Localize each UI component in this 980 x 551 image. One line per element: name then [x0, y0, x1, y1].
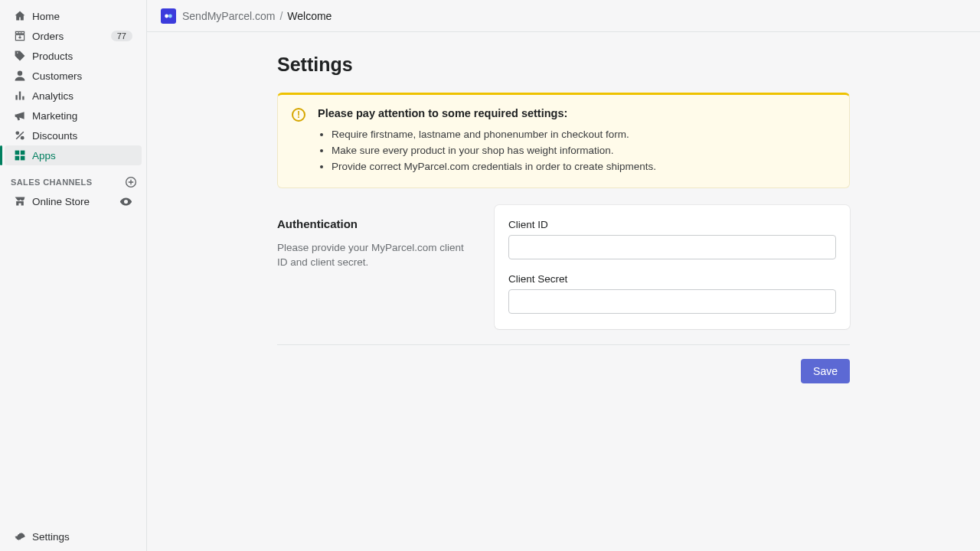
sidebar-item-label: Online Store [32, 196, 90, 207]
page-title: Settings [277, 54, 850, 76]
sidebar-item-online-store[interactable]: Online Store [5, 191, 142, 211]
sidebar-item-label: Orders [32, 31, 64, 42]
content-scroll: Settings ! Please pay attention to some … [147, 32, 980, 551]
authentication-description: Please provide your MyParcel.com client … [277, 241, 476, 270]
sidebar-item-home[interactable]: Home [5, 6, 142, 26]
sidebar-item-orders[interactable]: Orders 77 [5, 26, 142, 46]
sidebar-item-settings[interactable]: Settings [5, 527, 142, 546]
store-icon [14, 195, 32, 207]
client-secret-input[interactable] [508, 289, 836, 314]
analytics-icon [14, 90, 32, 102]
app-logo-icon [161, 8, 176, 24]
warning-icon: ! [292, 108, 305, 122]
breadcrumb-root[interactable]: SendMyParcel.com [182, 10, 275, 22]
sidebar-item-discounts[interactable]: Discounts [5, 126, 142, 145]
sidebar-item-label: Settings [32, 531, 70, 543]
svg-rect-6 [21, 156, 25, 161]
svg-point-1 [15, 131, 19, 135]
banner-item: Require firstname, lastname and phonenum… [332, 129, 835, 140]
client-id-input[interactable] [508, 235, 836, 259]
breadcrumb-current: Welcome [287, 10, 332, 22]
home-icon [14, 10, 32, 22]
sidebar-item-customers[interactable]: Customers [5, 66, 142, 86]
eye-icon[interactable] [119, 195, 132, 208]
sidebar-item-label: Analytics [32, 90, 74, 102]
sidebar-item-analytics[interactable]: Analytics [5, 86, 142, 106]
banner-item: Provide correct MyParcel.com credentials… [332, 161, 835, 172]
authentication-title: Authentication [277, 217, 476, 230]
gear-icon [14, 530, 32, 543]
orders-icon [14, 30, 32, 42]
discount-icon [14, 129, 32, 142]
sidebar-item-label: Home [32, 11, 60, 22]
breadcrumb-separator: / [279, 10, 283, 22]
client-secret-label: Client Secret [508, 273, 836, 285]
svg-point-0 [18, 71, 22, 76]
sidebar-item-label: Discounts [32, 130, 77, 142]
apps-icon [14, 149, 32, 161]
user-icon [14, 70, 32, 82]
sidebar-item-label: Marketing [32, 110, 77, 122]
save-button[interactable]: Save [801, 359, 850, 383]
topbar: SendMyParcel.com / Welcome [147, 0, 980, 32]
banner-item: Make sure every product in your shop has… [332, 145, 835, 156]
sidebar-item-label: Products [32, 51, 73, 62]
tag-icon [14, 50, 32, 62]
sidebar-item-label: Customers [32, 70, 82, 82]
sales-channels-header: SALES CHANNELS [0, 165, 146, 191]
sidebar-item-marketing[interactable]: Marketing [5, 106, 142, 126]
sidebar-item-label: Apps [32, 150, 56, 161]
main-area: SendMyParcel.com / Welcome Settings ! Pl… [147, 0, 980, 551]
megaphone-icon [14, 109, 32, 122]
sidebar-item-apps[interactable]: Apps [5, 145, 142, 165]
svg-rect-4 [21, 151, 25, 155]
warning-banner: ! Please pay attention to some required … [277, 93, 850, 188]
form-actions: Save [277, 359, 850, 383]
sidebar-item-products[interactable]: Products [5, 46, 142, 66]
svg-point-9 [168, 14, 172, 18]
svg-point-8 [165, 14, 168, 18]
orders-badge: 77 [111, 31, 132, 41]
svg-rect-5 [15, 156, 20, 161]
banner-list: Require firstname, lastname and phonenum… [318, 129, 835, 172]
client-id-label: Client ID [508, 219, 836, 230]
add-channel-icon[interactable] [125, 176, 137, 188]
svg-point-2 [21, 136, 24, 140]
authentication-card: Client ID Client Secret [495, 205, 850, 329]
sales-channels-label: SALES CHANNELS [11, 178, 92, 187]
svg-rect-3 [15, 151, 20, 155]
sidebar: Home Orders 77 Products Customers Anal [0, 0, 147, 551]
banner-title: Please pay attention to some required se… [318, 107, 835, 119]
authentication-section: Authentication Please provide your MyPar… [277, 205, 850, 345]
